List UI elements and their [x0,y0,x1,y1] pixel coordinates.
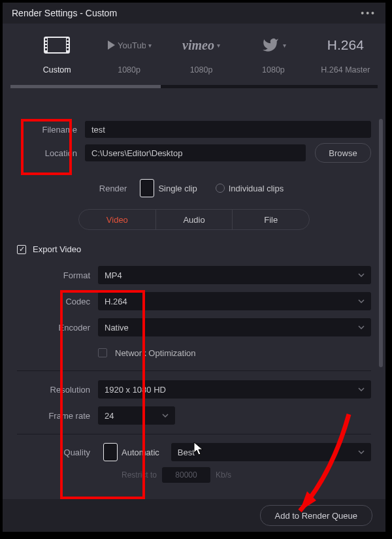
network-opt-row: Network Optimization [17,340,371,365]
preset-h264-master[interactable]: H.264 H.264 Master [311,35,380,74]
export-video-checkbox[interactable]: ✓ [17,245,26,254]
twitter-icon: ▾ [261,35,286,55]
panel-title: Render Settings - Custom [12,8,361,18]
chevron-down-icon [358,299,365,303]
footer: Add to Render Queue [3,499,385,532]
preset-custom[interactable]: Custom [22,35,91,74]
encoder-label: Encoder [17,323,98,333]
svg-rect-3 [45,39,47,41]
framerate-label: Frame rate [17,411,98,421]
svg-rect-9 [67,45,69,47]
restrict-row: Restrict to Kb/s [17,465,371,485]
codec-row: Codec H.264 [17,288,371,314]
panel-menu-icon[interactable]: ••• [361,8,376,18]
network-opt-label: Network Optimization [115,348,196,358]
framerate-row: Frame rate 24 [17,402,371,429]
filename-input[interactable] [85,121,371,138]
chevron-down-icon [162,414,169,417]
svg-rect-4 [45,42,47,44]
format-row: Format MP4 [17,262,371,288]
restrict-unit: Kb/s [216,470,231,480]
chevron-down-icon [358,387,365,391]
preset-scrollbar[interactable] [10,85,378,88]
preset-twitter[interactable]: ▾ 1080p [238,35,308,74]
framerate-select[interactable]: 24 [98,406,175,425]
location-input[interactable] [85,144,306,161]
restrict-label: Restrict to [122,470,157,480]
location-label: Location [17,148,85,158]
film-icon [44,35,70,55]
network-opt-checkbox[interactable] [98,348,107,357]
render-label: Render [99,184,127,193]
filename-row: Filename [17,118,371,141]
codec-select[interactable]: H.264 [98,292,371,310]
svg-rect-10 [67,48,69,50]
export-video-label: Export Video [33,244,81,254]
chevron-down-icon [358,273,365,277]
vimeo-icon: vimeo▾ [182,35,220,55]
svg-rect-5 [45,45,47,47]
chevron-down-icon [358,450,365,454]
filename-label: Filename [17,125,85,135]
render-settings-panel: Render Settings - Custom ••• Custom YouT… [3,3,385,532]
titlebar: Render Settings - Custom ••• [3,3,385,24]
tab-video[interactable]: Video [79,210,156,229]
preset-youtube[interactable]: YouTube▾ 1080p [94,35,163,74]
quality-auto-radio[interactable]: Automatic [103,443,159,461]
add-to-render-queue-button[interactable]: Add to Render Queue [260,505,372,526]
chevron-down-icon [358,325,365,329]
encoder-select[interactable]: Native [98,318,371,336]
format-label: Format [17,270,98,280]
resolution-select[interactable]: 1920 x 1080 HD [98,380,371,399]
svg-rect-0 [44,37,69,53]
quality-label: Quality [17,448,98,457]
svg-rect-7 [67,39,69,41]
resolution-label: Resolution [17,385,98,395]
render-single-radio[interactable]: Single clip [140,179,197,197]
restrict-input[interactable] [162,467,210,483]
render-mode-row: Render Single clip Individual clips [17,176,371,200]
render-individual-radio[interactable]: Individual clips [216,184,284,193]
codec-label: Codec [17,297,98,306]
format-select[interactable]: MP4 [98,266,371,284]
location-row: Location Browse [17,141,371,165]
browse-button[interactable]: Browse [315,143,371,163]
youtube-icon: YouTube▾ [106,35,152,55]
h264-icon: H.264 [327,35,364,55]
scrollbar[interactable] [378,119,383,498]
svg-text:YouTube: YouTube [118,41,146,50]
tab-audio[interactable]: Audio [156,210,233,229]
resolution-row: Resolution 1920 x 1080 HD [17,376,371,402]
svg-rect-8 [67,42,69,44]
svg-rect-6 [45,48,47,50]
preset-vimeo[interactable]: vimeo▾ 1080p [167,35,236,74]
quality-row: Quality Automatic Best [17,440,371,465]
quality-best-select[interactable]: Best [171,443,371,461]
encoder-row: Encoder Native [17,314,371,340]
settings-body: Filename Location Browse Render Single c… [17,118,371,499]
preset-strip: Custom YouTube▾ 1080p vimeo▾ 1080p ▾ 108… [3,24,385,74]
svg-marker-11 [108,41,115,50]
category-tabs: Video Audio File [78,209,310,230]
tab-file[interactable]: File [233,210,309,229]
